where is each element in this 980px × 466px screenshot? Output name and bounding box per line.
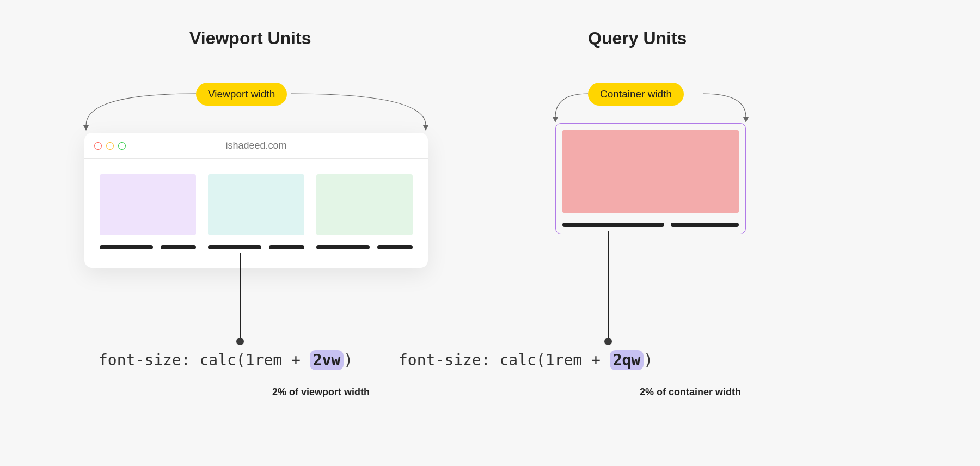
text-line xyxy=(208,245,261,249)
card-thumbnail xyxy=(100,174,196,235)
card-item xyxy=(208,174,304,249)
code-after: ) xyxy=(644,351,653,369)
container-image xyxy=(562,130,739,213)
text-line xyxy=(269,245,304,249)
minimize-icon xyxy=(106,142,114,150)
caption-query: 2% of container width xyxy=(640,387,741,398)
caption-viewport: 2% of viewport width xyxy=(272,387,370,398)
card-lines xyxy=(100,245,196,249)
code-before: font-size: calc(1rem + xyxy=(99,351,310,369)
browser-titlebar: ishadeed.com xyxy=(84,133,428,159)
card-thumbnail xyxy=(208,174,304,235)
viewport-units-title: Viewport Units xyxy=(189,28,311,48)
text-line xyxy=(671,223,739,227)
card-lines xyxy=(208,245,304,249)
code-before: font-size: calc(1rem + xyxy=(399,351,610,369)
browser-window: ishadeed.com xyxy=(84,133,428,268)
traffic-lights xyxy=(94,142,126,150)
svg-marker-0 xyxy=(83,125,89,131)
maximize-icon xyxy=(118,142,126,150)
card-lines xyxy=(316,245,413,249)
viewport-width-label: Viewport width xyxy=(196,83,287,106)
container-width-label: Container width xyxy=(588,83,684,106)
connector-line-right xyxy=(608,231,609,340)
card-item xyxy=(316,174,413,249)
query-units-title: Query Units xyxy=(588,28,687,48)
code-highlight-vw: 2vw xyxy=(310,350,344,370)
card-item xyxy=(100,174,196,249)
code-snippet-query: font-size: calc(1rem + 2qw) xyxy=(399,351,653,369)
card-row xyxy=(84,159,428,268)
code-snippet-viewport: font-size: calc(1rem + 2vw) xyxy=(99,351,353,369)
connector-line-left xyxy=(240,253,241,340)
card-thumbnail xyxy=(316,174,413,235)
text-line xyxy=(100,245,153,249)
connector-dot-right xyxy=(604,338,612,345)
text-line xyxy=(377,245,413,249)
connector-dot-left xyxy=(236,338,244,345)
code-after: ) xyxy=(344,351,353,369)
text-line xyxy=(562,223,664,227)
text-line xyxy=(316,245,370,249)
container-lines xyxy=(562,223,739,227)
svg-marker-1 xyxy=(423,125,428,131)
svg-marker-3 xyxy=(743,117,749,122)
query-container xyxy=(555,123,746,234)
svg-marker-2 xyxy=(553,117,558,122)
close-icon xyxy=(94,142,102,150)
code-highlight-qw: 2qw xyxy=(610,350,644,370)
text-line xyxy=(161,245,196,249)
browser-url: ishadeed.com xyxy=(225,140,286,151)
